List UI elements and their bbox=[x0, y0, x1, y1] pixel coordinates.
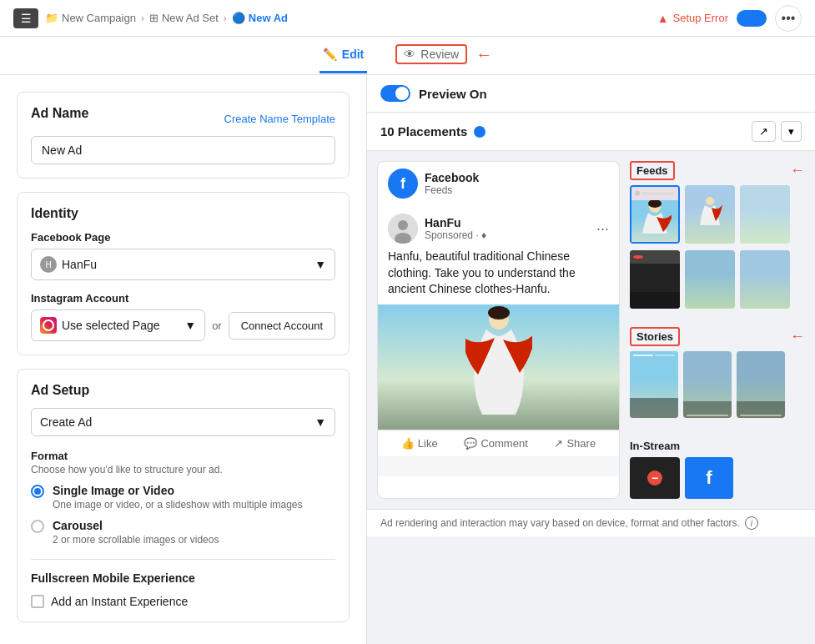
like-icon: 👍 bbox=[401, 437, 415, 450]
ad-name-title: Ad Name bbox=[31, 106, 88, 121]
feed-thumb-6[interactable] bbox=[740, 250, 790, 309]
thumb-image-5 bbox=[685, 250, 735, 309]
thumb-top-4 bbox=[630, 250, 680, 264]
story-inner-2 bbox=[683, 351, 732, 418]
comment-icon: 💬 bbox=[464, 437, 477, 450]
single-image-radio[interactable] bbox=[31, 485, 44, 498]
instagram-chevron-icon: ▼ bbox=[184, 319, 196, 332]
facebook-page-avatar: H bbox=[40, 256, 57, 273]
instream-fb-thumb[interactable]: f bbox=[685, 457, 733, 499]
instagram-icon bbox=[40, 317, 57, 334]
fb-ad-text: Hanfu, beautiful traditional Chinese clo… bbox=[378, 249, 619, 304]
hanfu-figure-svg bbox=[465, 306, 532, 427]
fb-ad-image-inner bbox=[378, 304, 619, 430]
carousel-radio[interactable] bbox=[31, 520, 44, 533]
minus-circle-icon: − bbox=[647, 470, 662, 486]
share-button[interactable]: ↗ Share bbox=[554, 437, 596, 450]
thumb-dot-1 bbox=[635, 191, 640, 196]
instant-exp-checkbox[interactable]: Add an Instant Experience bbox=[31, 595, 335, 608]
connect-account-button[interactable]: Connect Account bbox=[229, 312, 335, 340]
placements-dot-icon bbox=[474, 126, 485, 138]
fb-more-button[interactable]: ··· bbox=[596, 220, 609, 238]
story-inner-3 bbox=[737, 351, 785, 418]
instant-exp-label: Add an Instant Experience bbox=[51, 595, 188, 608]
placements-bar: 10 Placements ↗ ▾ bbox=[367, 113, 815, 151]
single-image-option[interactable]: Single Image or Video One image or video… bbox=[31, 484, 335, 511]
placement-dropdown-button[interactable]: ▾ bbox=[781, 121, 802, 142]
main-preview: f Facebook Feeds bbox=[377, 161, 620, 499]
info-icon[interactable]: i bbox=[745, 516, 758, 530]
identity-title: Identity bbox=[31, 206, 335, 221]
fullscreen-title: Fullscreen Mobile Experience bbox=[31, 571, 335, 585]
placements-right: ↗ ▾ bbox=[752, 121, 802, 142]
fb-user-name: HanFu bbox=[425, 216, 486, 229]
breadcrumb-sep-1: › bbox=[141, 13, 144, 24]
publish-toggle[interactable] bbox=[737, 10, 767, 27]
story-thumb-3[interactable] bbox=[737, 351, 785, 418]
nav-left: ☰ 📁 New Campaign › ⊞ New Ad Set › 🔵 New … bbox=[13, 8, 288, 28]
ad-name-section: Ad Name Create Name Template bbox=[17, 92, 350, 179]
breadcrumb-ad[interactable]: 🔵 New Ad bbox=[232, 12, 288, 24]
feeds-thumbnail-row bbox=[630, 185, 805, 244]
thumb-figure-svg-1 bbox=[638, 200, 672, 242]
placement-expand-button[interactable]: ↗ bbox=[752, 121, 776, 142]
breadcrumb: 📁 New Campaign › ⊞ New Ad Set › 🔵 New Ad bbox=[45, 12, 288, 24]
preview-toggle[interactable] bbox=[380, 85, 410, 102]
thumb-image-2 bbox=[685, 185, 735, 244]
comment-button[interactable]: 💬 Comment bbox=[464, 437, 527, 450]
svg-point-7 bbox=[706, 197, 714, 205]
facebook-page-chevron-icon: ▼ bbox=[314, 258, 326, 271]
instant-exp-checkbox-box[interactable] bbox=[31, 595, 44, 608]
setup-error-indicator: ▲ Setup Error bbox=[657, 12, 728, 25]
breadcrumb-campaign[interactable]: 📁 New Campaign bbox=[45, 12, 136, 24]
feed-thumb-3[interactable] bbox=[740, 185, 790, 244]
feeds-arrow-icon: ← bbox=[790, 162, 805, 179]
create-name-template-link[interactable]: Create Name Template bbox=[224, 113, 335, 125]
preview-header: Preview On bbox=[367, 75, 815, 113]
instream-section: In-Stream − f bbox=[630, 440, 805, 499]
stories-section-title: Stories bbox=[630, 327, 680, 346]
carousel-option[interactable]: Carousel 2 or more scrollable images or … bbox=[31, 519, 335, 546]
create-ad-chevron-icon: ▼ bbox=[314, 415, 326, 429]
feeds-section: Feeds ← bbox=[630, 161, 805, 315]
platform-info: Facebook Feeds bbox=[425, 171, 479, 196]
fb-bottom-preview bbox=[378, 456, 619, 476]
fb-avatar-svg bbox=[388, 214, 418, 244]
platform-sub: Feeds bbox=[425, 184, 479, 196]
nav-right: ▲ Setup Error ••• bbox=[657, 5, 802, 32]
story-thumb-2[interactable] bbox=[683, 351, 732, 418]
facebook-page-selector[interactable]: H HanFu ▼ bbox=[31, 249, 335, 280]
story-thumb-1[interactable] bbox=[630, 351, 678, 418]
ad-name-header: Ad Name Create Name Template bbox=[31, 106, 335, 131]
svg-point-1 bbox=[398, 220, 408, 230]
instagram-account-row: Use selected Page ▼ or Connect Account bbox=[31, 309, 335, 341]
bottom-note-text: Ad rendering and interaction may vary ba… bbox=[380, 517, 740, 529]
feed-thumb-4[interactable] bbox=[630, 250, 680, 309]
left-panel: Ad Name Create Name Template Identity Fa… bbox=[0, 75, 367, 644]
feed-thumb-5[interactable] bbox=[685, 250, 735, 309]
breadcrumb-adset[interactable]: ⊞ New Ad Set bbox=[149, 12, 219, 24]
fb-post-actions: 👍 Like 💬 Comment ↗ Share bbox=[378, 430, 619, 456]
sidebar-toggle[interactable]: ☰ bbox=[13, 8, 38, 28]
feeds-label-row: Feeds ← bbox=[630, 161, 805, 180]
like-button[interactable]: 👍 Like bbox=[401, 437, 438, 450]
top-nav: ☰ 📁 New Campaign › ⊞ New Ad Set › 🔵 New … bbox=[0, 0, 815, 37]
ad-setup-title: Ad Setup bbox=[31, 383, 335, 398]
right-panel: Preview On 10 Placements ↗ ▾ f Facebook bbox=[367, 75, 815, 644]
tab-review[interactable]: 👁 Review ← bbox=[392, 34, 496, 77]
feed-thumb-2[interactable] bbox=[685, 185, 735, 244]
feeds-section-title: Feeds bbox=[630, 161, 675, 180]
instream-thumb[interactable]: − bbox=[630, 457, 680, 499]
tab-edit[interactable]: ✏️ Edit bbox=[319, 38, 367, 73]
ad-name-input[interactable] bbox=[31, 136, 335, 164]
single-image-label-wrap: Single Image or Video One image or video… bbox=[53, 484, 302, 511]
carousel-label-wrap: Carousel 2 or more scrollable images or … bbox=[53, 519, 219, 546]
feed-thumb-1[interactable] bbox=[630, 185, 680, 244]
more-options-button[interactable]: ••• bbox=[775, 5, 802, 32]
instagram-selector[interactable]: Use selected Page ▼ bbox=[31, 309, 205, 341]
or-text: or bbox=[212, 319, 222, 332]
thumb-overlay-4 bbox=[630, 292, 680, 309]
fb-user: HanFu Sponsored · ♦ bbox=[388, 214, 486, 244]
create-ad-selector[interactable]: Create Ad ▼ bbox=[31, 408, 335, 436]
fb-ad-image bbox=[378, 304, 619, 430]
